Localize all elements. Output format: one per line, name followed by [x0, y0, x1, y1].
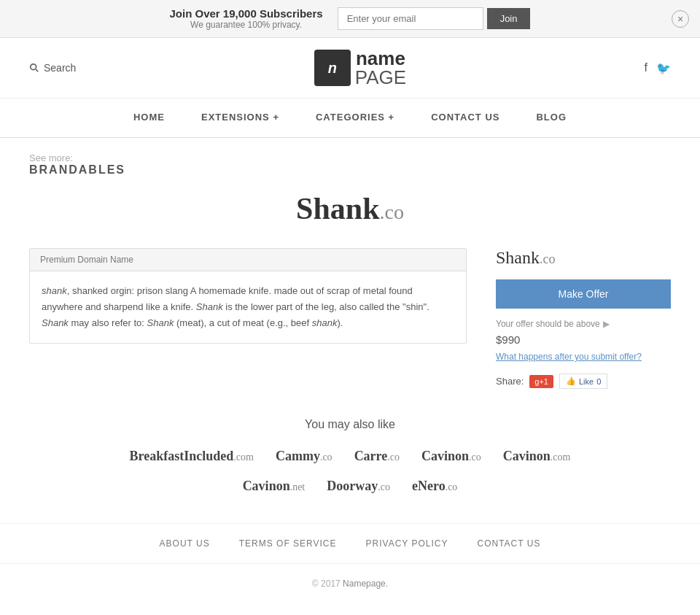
copy-year: © 2017 — [312, 579, 341, 589]
twitter-icon[interactable]: 🐦 — [656, 61, 671, 75]
fb-like-icon: 👍 — [566, 376, 576, 386]
list-item[interactable]: Cavinon.com — [503, 449, 571, 464]
logo[interactable]: n name PAGE — [314, 49, 406, 87]
footer-links: ABOUT US TERMS OF SERVICE PRIVACY POLICY… — [0, 523, 700, 564]
list-item[interactable]: eNero.co — [412, 479, 457, 494]
search-icon — [29, 63, 39, 73]
def-term1: shank — [42, 285, 67, 296]
footer-privacy[interactable]: PRIVACY POLICY — [366, 538, 448, 549]
footer-copy: © 2017 Namepage. — [0, 564, 700, 603]
search-trigger[interactable]: Search — [29, 62, 76, 74]
def-term2: Shank — [196, 301, 223, 312]
banner-text: Join Over 19,000 Subscribers We guarante… — [170, 7, 323, 30]
offer-price: $990 — [496, 333, 671, 346]
svg-line-1 — [36, 69, 38, 71]
premium-box: Premium Domain Name shank, shanked orgin… — [29, 248, 467, 344]
main-content: See more: BRANDABLES Shank.co Premium Do… — [0, 138, 700, 523]
domain-title: Shank.co — [29, 191, 671, 226]
nav-contact[interactable]: CONTACT US — [427, 98, 503, 137]
main-nav: HOME EXTENSIONS + CATEGORIES + CONTACT U… — [0, 98, 700, 138]
nav-home[interactable]: HOME — [130, 98, 168, 137]
arrow-icon: ▶ — [603, 319, 610, 329]
offer-panel: Shank.co Make Offer Your offer should be… — [496, 248, 671, 389]
def-body4: (meat), a cut of meat (e.g., beef — [174, 317, 311, 328]
share-label: Share: — [496, 376, 524, 387]
nav-categories[interactable]: CATEGORIES + — [312, 98, 398, 137]
logo-icon: n — [314, 50, 351, 86]
list-item[interactable]: BreakfastIncluded.com — [130, 449, 254, 464]
def-term4: Shank — [147, 317, 174, 328]
list-item[interactable]: Carre.co — [354, 449, 400, 464]
also-like-section: You may also like BreakfastIncluded.com … — [29, 418, 671, 494]
facebook-icon[interactable]: f — [645, 61, 648, 75]
make-offer-button[interactable]: Make Offer — [496, 279, 671, 309]
footer-brand[interactable]: Namepage. — [343, 579, 388, 589]
offer-what-happens[interactable]: What happens after you submit offer? — [496, 352, 671, 362]
svg-point-0 — [31, 64, 36, 70]
nav-blog[interactable]: BLOG — [532, 98, 570, 137]
fb-like-count: 0 — [596, 377, 601, 386]
email-input[interactable] — [338, 7, 483, 30]
offer-domain-display: Shank.co — [496, 248, 671, 268]
list-item[interactable]: Doorway.co — [327, 479, 390, 494]
list-item[interactable]: Cavinon.net — [243, 479, 306, 494]
share-row: Share: g+1 👍 Like 0 — [496, 374, 671, 389]
footer-contact[interactable]: CONTACT US — [477, 538, 540, 549]
domain-grid-row2: Cavinon.net Doorway.co eNero.co — [29, 479, 671, 494]
premium-tab: Premium Domain Name — [30, 249, 466, 271]
def-body5: ). — [337, 317, 343, 328]
header: Search n name PAGE f 🐦 — [0, 38, 700, 98]
facebook-like-button[interactable]: 👍 Like 0 — [559, 374, 607, 389]
fb-like-label: Like — [579, 377, 594, 386]
join-button[interactable]: Join — [487, 8, 531, 29]
offer-hint: Your offer should be above — [496, 319, 600, 329]
banner-subtitle: We guarantee 100% privacy. — [170, 20, 323, 30]
footer-terms[interactable]: TERMS OF SERVICE — [239, 538, 337, 549]
definition-body: shank, shanked orgin: prison slang A hom… — [30, 271, 466, 343]
definition-panel: Premium Domain Name shank, shanked orgin… — [29, 248, 467, 389]
google-plus-button[interactable]: g+1 — [529, 375, 553, 388]
domain-name: Shank.co — [296, 192, 404, 225]
list-item[interactable]: Cammy.co — [276, 449, 332, 464]
close-banner-button[interactable]: × — [672, 10, 689, 28]
top-banner: Join Over 19,000 Subscribers We guarante… — [0, 0, 700, 38]
def-body2: is the lower part of the leg, also calle… — [223, 301, 429, 312]
domain-grid: BreakfastIncluded.com Cammy.co Carre.co … — [29, 449, 671, 464]
def-term5: shank — [312, 317, 338, 328]
also-like-title: You may also like — [29, 418, 671, 431]
see-more-brand[interactable]: BRANDABLES — [29, 163, 125, 176]
logo-text: name PAGE — [355, 49, 406, 87]
offer-info: Your offer should be above ▶ — [496, 319, 671, 329]
search-label: Search — [44, 62, 76, 74]
banner-title: Join Over 19,000 Subscribers — [170, 7, 323, 20]
footer-about[interactable]: ABOUT US — [160, 538, 210, 549]
see-more: See more: BRANDABLES — [29, 152, 671, 177]
social-links: f 🐦 — [645, 61, 671, 75]
list-item[interactable]: Cavinon.co — [421, 449, 481, 464]
def-body3: may also refer to: — [69, 317, 144, 328]
content-grid: Premium Domain Name shank, shanked orgin… — [29, 248, 671, 389]
def-term3: Shank — [42, 317, 69, 328]
see-more-label: See more: — [29, 152, 73, 163]
nav-extensions[interactable]: EXTENSIONS + — [198, 98, 283, 137]
